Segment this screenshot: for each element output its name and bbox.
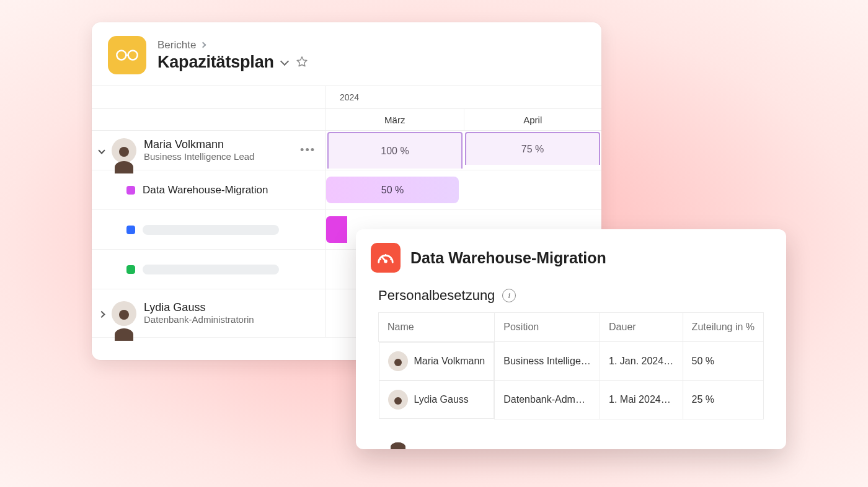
timeline-month: März [326, 109, 464, 130]
cell-duration: 1. Jan. 2024… [600, 342, 683, 381]
page-title: Kapazitätsplan [157, 53, 274, 72]
avatar [388, 351, 408, 371]
project-icon [371, 243, 401, 273]
section-heading: Personalbesetzung [378, 287, 495, 304]
table-row[interactable]: Lydia Gauss Datenbank-Adm… 1. Mai 2024… … [379, 380, 764, 419]
star-icon[interactable] [295, 55, 309, 69]
cell-alloc: 25 % [683, 380, 763, 419]
avatar [112, 301, 136, 326]
glasses-icon [115, 49, 139, 61]
capacity-bar[interactable]: 75 % [465, 132, 600, 165]
person-name: Lydia Gauss [144, 301, 254, 315]
expand-toggle[interactable] [95, 144, 108, 157]
allocation-bar[interactable] [326, 216, 347, 243]
staffing-table: Name Position Dauer Zuteilung in % Maria… [378, 312, 764, 419]
svg-point-6 [385, 254, 386, 255]
cell-alloc: 50 % [683, 342, 763, 381]
person-role: Datenbank-Administratorin [144, 314, 254, 325]
assignment-label: Data Warehouse-Migration [143, 184, 268, 196]
assignment-row[interactable]: Data Warehouse-Migration 50 % [92, 170, 601, 210]
svg-point-0 [117, 51, 126, 60]
col-name[interactable]: Name [379, 313, 495, 342]
cell-name: Lydia Gauss [414, 394, 469, 405]
cell-duration: 1. Mai 2024… [600, 380, 683, 419]
col-duration[interactable]: Dauer [600, 313, 683, 342]
cell-position: Business Intellige… [495, 342, 600, 381]
breadcrumb[interactable]: Berichte [157, 39, 309, 51]
gauge-icon [376, 248, 395, 267]
svg-line-3 [382, 257, 386, 261]
table-row[interactable]: Maria Volkmann Business Intellige… 1. Ja… [379, 342, 764, 381]
expand-toggle[interactable] [95, 307, 108, 320]
avatar [112, 138, 136, 163]
status-dot [126, 226, 135, 234]
breadcrumb-parent[interactable]: Berichte [157, 39, 196, 51]
timeline-year: 2024 [326, 86, 359, 108]
cell-position: Datenbank-Adm… [495, 380, 600, 419]
svg-point-4 [379, 259, 381, 260]
cell-name: Maria Volkmann [414, 356, 485, 367]
capacity-bar[interactable]: 100 % [327, 132, 463, 169]
more-actions-icon[interactable]: ••• [298, 141, 318, 159]
person-role: Business Intelligence Lead [144, 151, 254, 162]
person-name: Maria Volkmann [144, 138, 254, 152]
col-alloc[interactable]: Zuteilung in % [683, 313, 763, 342]
page-header: Berichte Kapazitätsplan [92, 22, 601, 86]
svg-point-5 [390, 259, 391, 260]
svg-point-1 [128, 51, 138, 60]
allocation-bar[interactable]: 50 % [326, 177, 459, 203]
chevron-down-icon[interactable] [280, 57, 289, 66]
person-row[interactable]: Maria Volkmann Business Intelligence Lea… [92, 131, 601, 170]
app-icon [108, 36, 146, 74]
avatar [388, 390, 408, 410]
status-dot [126, 186, 135, 195]
info-icon[interactable]: i [502, 289, 516, 302]
col-position[interactable]: Position [495, 313, 600, 342]
popup-title: Data Warehouse-Migration [410, 249, 606, 267]
chevron-right-icon [200, 42, 206, 48]
timeline-month: April [464, 109, 602, 130]
project-detail-popup: Data Warehouse-Migration Personalbesetzu… [356, 229, 786, 449]
status-dot [126, 265, 135, 274]
placeholder-label [143, 225, 279, 235]
placeholder-label [143, 265, 279, 274]
